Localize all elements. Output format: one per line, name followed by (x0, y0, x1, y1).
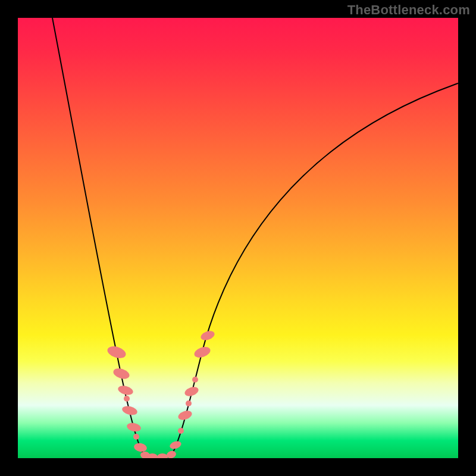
chart-frame: TheBottleneck.com (0, 0, 476, 476)
curve-marker (133, 442, 148, 453)
curve-marker (121, 405, 139, 416)
watermark-text: TheBottleneck.com (347, 2, 470, 18)
curve-marker (183, 385, 199, 397)
curve-marker (192, 377, 198, 383)
curve-layer (18, 18, 458, 458)
curve-marker (169, 440, 183, 450)
curve-marker (193, 345, 212, 360)
curve-marker (112, 367, 131, 381)
curve-marker (186, 400, 192, 406)
marker-layer (106, 329, 216, 458)
curve-marker (133, 434, 139, 440)
curve-marker (124, 396, 130, 402)
right-curve (170, 83, 458, 458)
gradient-plot-area (18, 18, 458, 458)
curve-marker (106, 344, 127, 360)
left-curve (52, 18, 149, 458)
curve-marker (178, 428, 184, 434)
curve-marker (157, 453, 168, 458)
curve-marker (126, 422, 142, 433)
